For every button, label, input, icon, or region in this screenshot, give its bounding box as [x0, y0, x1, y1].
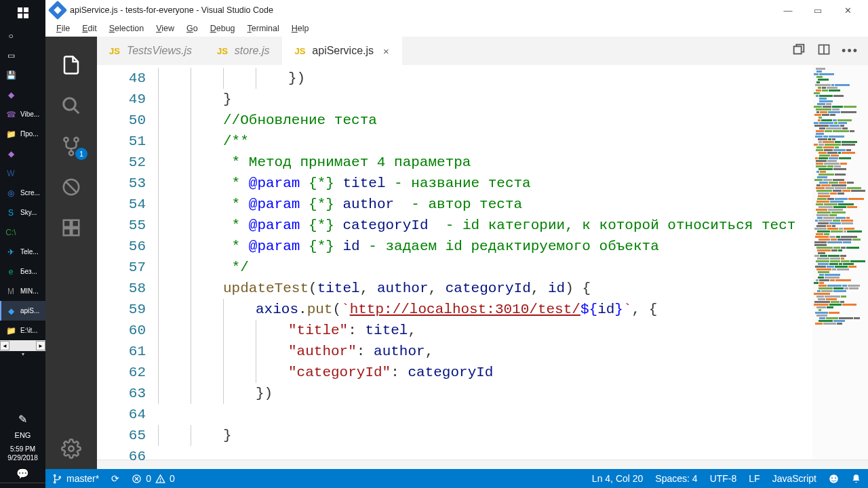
minimap[interactable] [812, 65, 868, 460]
taskbar-item-skype[interactable]: SSky... [0, 203, 45, 222]
code-line[interactable]: * @param {*} categoryId - id категории, … [158, 215, 812, 236]
problems[interactable]: 0 0 [132, 473, 175, 484]
start-button[interactable] [0, 0, 45, 26]
taskbar-overflow-icon[interactable]: ▾ [0, 351, 45, 361]
taskbar-item-viber[interactable]: ☎Vibe... [0, 104, 45, 124]
line-number: 61 [97, 341, 146, 362]
taskbar-item-explorer[interactable]: 📁E:\it... [0, 321, 45, 340]
code-line[interactable]: "title": titel, [158, 320, 812, 341]
indent-status[interactable]: Spaces: 4 [655, 473, 697, 484]
svg-rect-2 [18, 14, 22, 18]
menu-debug[interactable]: Debug [205, 22, 241, 35]
eol-status[interactable]: LF [749, 473, 760, 484]
taskbar-item-chrome[interactable]: ◎Scre... [0, 183, 45, 203]
branch-label: master* [66, 473, 99, 484]
close-button[interactable]: ✕ [833, 0, 863, 20]
debug-tab[interactable] [45, 167, 97, 207]
svg-point-30 [835, 477, 836, 479]
language-indicator[interactable]: ENG [0, 431, 45, 439]
menu-help[interactable]: Help [286, 22, 315, 35]
code-line[interactable]: } [158, 425, 812, 446]
code-line[interactable]: * @param {*} author - автор теста [158, 194, 812, 215]
code-text[interactable]: })}//Обновление теста/** * Метод прнимае… [158, 65, 812, 460]
svg-point-28 [829, 474, 838, 483]
menu-view[interactable]: View [151, 22, 180, 35]
error-count: 0 [146, 473, 151, 484]
taskbar-item-vscode[interactable]: ◆apiS... [0, 301, 45, 321]
extensions-tab[interactable] [45, 207, 97, 248]
scroll-right-button[interactable]: ► [36, 341, 45, 350]
code-line[interactable]: }) [158, 68, 812, 89]
line-number: 53 [97, 173, 146, 194]
mingw-icon: M [4, 285, 18, 298]
menu-edit[interactable]: Edit [77, 22, 102, 35]
taskbar-hscroll[interactable]: ◄ ► [0, 340, 45, 351]
taskbar-item-mingw[interactable]: MMIN... [0, 281, 45, 301]
show-desktop[interactable] [0, 483, 45, 488]
code-line[interactable]: /** [158, 131, 812, 152]
maximize-button[interactable]: ▭ [803, 0, 833, 20]
feedback-icon[interactable] [829, 474, 839, 484]
svg-rect-1 [24, 7, 28, 12]
menu-selection[interactable]: Selection [104, 22, 149, 35]
code-line[interactable]: }) [158, 383, 812, 404]
close-icon[interactable]: × [383, 45, 389, 57]
vs-icon: ◆ [4, 88, 18, 102]
code-line[interactable]: axios.put(`http://localhost:3010/test/${… [158, 299, 812, 320]
cursor-position[interactable]: Ln 4, Col 20 [592, 473, 644, 484]
taskbar-item-edge[interactable]: eБез... [0, 262, 45, 281]
svg-rect-3 [24, 14, 28, 18]
menu-file[interactable]: File [51, 22, 75, 35]
code-editor[interactable]: 48495051525354555657585960616263646566 }… [97, 65, 868, 460]
svg-point-22 [59, 476, 61, 478]
code-line[interactable]: "categoryId": categoryId [158, 362, 812, 383]
code-line[interactable]: updateTest(titel, author, categoryId, id… [158, 278, 812, 299]
settings-gear-icon[interactable] [45, 428, 97, 469]
scm-tab[interactable]: 1 [45, 126, 97, 167]
code-line[interactable]: * @param {*} titel - название теста [158, 173, 812, 194]
tab-bar: JSTestsViews.jsJSstore.jsJSapiService.js… [97, 37, 868, 65]
taskbar-item-task-view[interactable]: ▭ [0, 45, 45, 65]
language-mode[interactable]: JavaScript [772, 473, 816, 484]
svg-rect-12 [64, 220, 71, 227]
code-line[interactable]: */ [158, 257, 812, 278]
compare-changes-icon[interactable] [791, 42, 806, 60]
search-tab[interactable] [45, 85, 97, 126]
window-title: apiService.js - tests-for-everyone - Vis… [70, 5, 273, 15]
sync-button[interactable]: ⟳ [111, 473, 119, 484]
split-editor-icon[interactable] [817, 43, 831, 60]
taskbar-item-cortana[interactable]: ○ [0, 26, 45, 45]
git-branch[interactable]: master* [52, 473, 99, 484]
system-clock[interactable]: 5:59 PM 9/29/2018 [0, 445, 45, 462]
taskbar-item-save[interactable]: 💾 [0, 65, 45, 85]
explorer-tab[interactable] [45, 45, 97, 85]
taskbar-item-telegram[interactable]: ✈Tele... [0, 242, 45, 262]
taskbar-item-cmd[interactable]: C:\ [0, 222, 45, 242]
taskbar-item-word[interactable]: W [0, 163, 45, 183]
svg-point-20 [54, 474, 56, 476]
taskbar-item-vs[interactable]: ◆ [0, 85, 45, 104]
pen-icon[interactable]: ✎ [0, 413, 45, 426]
more-actions-icon[interactable]: ••• [842, 44, 859, 58]
code-line[interactable]: "author": author, [158, 341, 812, 362]
tab-apiservice-js[interactable]: JSapiService.js× [282, 37, 401, 65]
taskbar-item-folder[interactable]: 📁Про... [0, 124, 45, 144]
taskbar-item-vs2[interactable]: ◆ [0, 144, 45, 163]
code-line[interactable] [158, 446, 812, 460]
menu-terminal[interactable]: Terminal [242, 22, 285, 35]
minimize-button[interactable]: — [773, 0, 803, 20]
editor-hscroll[interactable] [97, 460, 868, 469]
code-line[interactable] [158, 404, 812, 425]
notifications-icon[interactable]: 💬 [0, 468, 45, 480]
line-number: 65 [97, 425, 146, 446]
code-line[interactable]: } [158, 89, 812, 110]
tab-testsviews-js[interactable]: JSTestsViews.js [97, 37, 205, 65]
code-line[interactable]: * Метод прнимает 4 параметра [158, 152, 812, 173]
scroll-left-button[interactable]: ◄ [0, 341, 9, 350]
notifications-bell-icon[interactable] [851, 474, 861, 484]
encoding-status[interactable]: UTF-8 [710, 473, 737, 484]
code-line[interactable]: //Обновление теста [158, 110, 812, 131]
code-line[interactable]: * @param {*} id - задаем id редактируемо… [158, 236, 812, 257]
menu-go[interactable]: Go [181, 22, 203, 35]
tab-store-js[interactable]: JSstore.js [205, 37, 282, 65]
